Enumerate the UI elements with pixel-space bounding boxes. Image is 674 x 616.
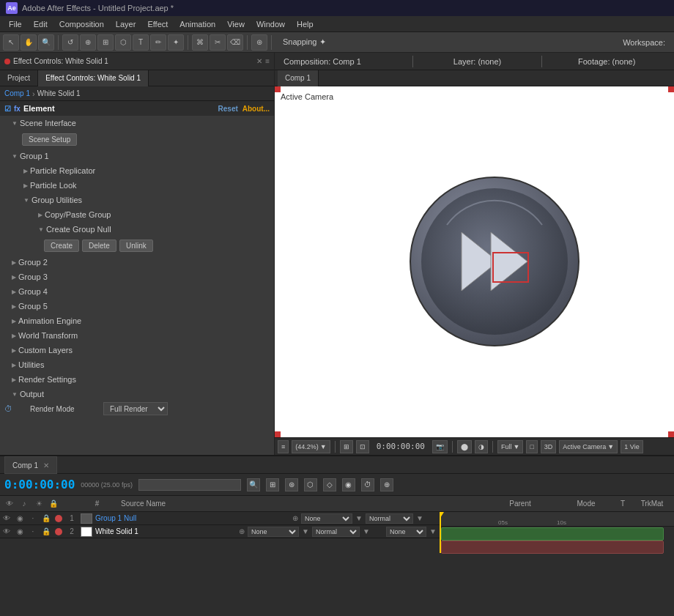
- effects-tab-label[interactable]: Effect Controls: White Solid 1: [13, 57, 253, 65]
- tool-puppet[interactable]: ⊛: [251, 34, 267, 51]
- layer2-parent-select[interactable]: None: [248, 527, 299, 537]
- timeline-tab-close[interactable]: ✕: [43, 461, 49, 470]
- timeline-search-btn[interactable]: 🔍: [247, 478, 260, 491]
- tool-hand[interactable]: ✋: [21, 34, 37, 51]
- about-link[interactable]: About...: [242, 105, 270, 113]
- menu-help[interactable]: Help: [291, 16, 319, 32]
- breadcrumb-comp[interactable]: Comp 1: [4, 89, 30, 97]
- menu-composition[interactable]: Composition: [53, 16, 110, 32]
- world-transform-triangle[interactable]: ▶: [12, 333, 16, 339]
- particle-look-triangle[interactable]: ▶: [23, 182, 28, 189]
- tool-pan[interactable]: ⊞: [97, 34, 114, 51]
- tool-zoom[interactable]: 🔍: [38, 34, 54, 51]
- custom-layers-triangle[interactable]: ▶: [12, 347, 16, 354]
- panel-menu-btn[interactable]: ≡: [265, 57, 270, 65]
- create-btn[interactable]: Create: [44, 240, 79, 252]
- tool-mask[interactable]: ⬡: [115, 34, 131, 51]
- utilities-triangle[interactable]: ▶: [12, 362, 16, 368]
- group2-triangle[interactable]: ▶: [12, 259, 16, 266]
- timeline-motion-btn[interactable]: ⊛: [285, 478, 298, 491]
- tab-effects[interactable]: Effect Controls: White Solid 1: [38, 70, 149, 86]
- group1-triangle[interactable]: ▼: [12, 153, 18, 160]
- create-group-null-triangle[interactable]: ▼: [38, 226, 44, 233]
- render-mode-select[interactable]: Full Render Draft Render Wireframe: [103, 402, 168, 415]
- comp-viewer[interactable]: Active Camera: [275, 86, 674, 437]
- layer1-solo[interactable]: ·: [26, 514, 40, 522]
- group-utilities-triangle[interactable]: ▼: [23, 197, 29, 204]
- layer1-mode-select[interactable]: Normal: [366, 513, 413, 524]
- comp-overlay-btn[interactable]: ◑: [475, 440, 488, 453]
- timeline-big-timecode[interactable]: 0:00:00:00: [4, 478, 75, 491]
- comp-alpha-btn[interactable]: ⬤: [457, 440, 472, 453]
- tool-camera[interactable]: ⊕: [80, 34, 96, 51]
- menu-edit[interactable]: Edit: [28, 16, 53, 32]
- timeline-opacity-btn[interactable]: ◉: [342, 478, 355, 491]
- layer1-visibility[interactable]: 👁: [0, 514, 13, 522]
- particle-replicator-label: Particle Replicator: [30, 166, 95, 175]
- timeline-render-btn[interactable]: ⊕: [380, 478, 393, 491]
- layer2-visibility[interactable]: 👁: [0, 527, 13, 535]
- copy-paste-triangle[interactable]: ▶: [38, 212, 42, 218]
- timeline-shape-btn[interactable]: ◇: [323, 478, 336, 491]
- comp-camera-btn[interactable]: 📷: [432, 440, 448, 453]
- comp-tab-1[interactable]: Comp 1: [278, 70, 319, 86]
- timeline-mask-btn[interactable]: ⬡: [304, 478, 317, 491]
- layer2-mode-select[interactable]: Normal: [312, 527, 360, 537]
- track-bar-2[interactable]: [441, 541, 664, 554]
- group3-triangle[interactable]: ▶: [12, 274, 16, 281]
- group5-triangle[interactable]: ▶: [12, 303, 16, 310]
- panel-close-btn[interactable]: ✕: [256, 57, 262, 65]
- timeline-marker-btn[interactable]: ⏱: [361, 478, 374, 491]
- tool-shape[interactable]: ✦: [168, 34, 184, 51]
- group4-triangle[interactable]: ▶: [12, 289, 16, 295]
- comp-toolbar-sep3: [492, 441, 493, 453]
- tool-pen[interactable]: T: [133, 34, 149, 51]
- output-triangle[interactable]: ▼: [12, 391, 18, 398]
- menu-window[interactable]: Window: [251, 16, 291, 32]
- layer2-solo[interactable]: ·: [26, 527, 40, 535]
- menu-view[interactable]: View: [221, 16, 251, 32]
- breadcrumb-item[interactable]: White Solid 1: [37, 89, 81, 97]
- comp-toolbar-menu[interactable]: ≡: [278, 440, 289, 453]
- tab-project[interactable]: Project: [0, 70, 38, 86]
- timeline-tab[interactable]: Comp 1 ✕: [4, 456, 57, 474]
- comp-camera-select[interactable]: Active Camera▼: [559, 440, 618, 453]
- particle-replicator-triangle[interactable]: ▶: [23, 168, 28, 174]
- tool-text[interactable]: ✏: [150, 34, 166, 51]
- menu-layer[interactable]: Layer: [110, 16, 142, 32]
- tool-select[interactable]: ↖: [3, 34, 19, 51]
- comp-zoom-level[interactable]: (44.2%)▼: [292, 440, 330, 453]
- menu-effect[interactable]: Effect: [141, 16, 174, 32]
- layer1-audio[interactable]: ◉: [13, 514, 26, 522]
- tool-rotate[interactable]: ↺: [62, 34, 78, 51]
- timeline-search[interactable]: [138, 479, 241, 491]
- reset-btn[interactable]: Reset: [218, 105, 238, 113]
- comp-quality-select[interactable]: Full▼: [497, 440, 523, 453]
- menu-animation[interactable]: Animation: [174, 16, 221, 32]
- layer2-audio[interactable]: ◉: [13, 527, 26, 535]
- comp-view-select[interactable]: 1 Vie: [621, 440, 642, 453]
- comp-3d-btn[interactable]: 3D: [541, 440, 557, 453]
- tool-eraser[interactable]: ⌫: [227, 34, 243, 51]
- layer1-parent-select[interactable]: None: [301, 513, 352, 524]
- timeline-comp-btn[interactable]: ⊞: [266, 478, 279, 491]
- fx-checkbox[interactable]: ☑: [4, 105, 11, 113]
- layer1-lock[interactable]: 🔒: [40, 514, 53, 522]
- scene-setup-btn[interactable]: Scene Setup: [22, 133, 77, 146]
- comp-res-btn[interactable]: □: [526, 440, 537, 453]
- comp-fit-btn[interactable]: ⊞: [340, 440, 353, 453]
- scene-interface-triangle[interactable]: ▼: [12, 120, 18, 127]
- fx-header-btns: Reset About...: [218, 105, 270, 113]
- layer2-lock[interactable]: 🔒: [40, 527, 53, 535]
- menu-file[interactable]: File: [3, 16, 28, 32]
- corner-marker-bl: [275, 431, 281, 437]
- render-settings-triangle[interactable]: ▶: [12, 376, 16, 383]
- track-bar-1[interactable]: [441, 527, 664, 541]
- animation-engine-triangle[interactable]: ▶: [12, 318, 16, 324]
- tool-clone[interactable]: ✂: [210, 34, 226, 51]
- delete-btn[interactable]: Delete: [82, 240, 116, 252]
- tool-brush[interactable]: ⌘: [192, 34, 208, 51]
- comp-grid-btn[interactable]: ⊡: [356, 440, 369, 453]
- layer2-trkmat-select[interactable]: None: [386, 527, 426, 537]
- unlink-btn[interactable]: Unlink: [119, 240, 153, 252]
